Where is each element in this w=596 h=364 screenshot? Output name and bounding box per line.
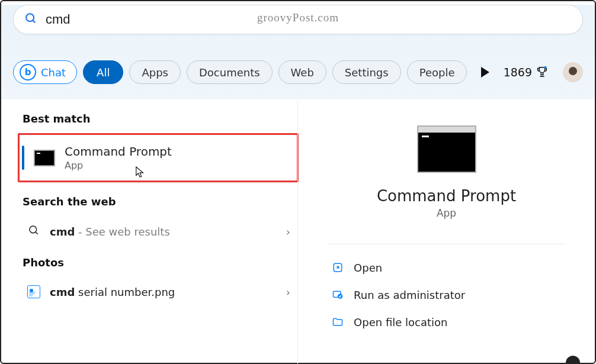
apps-label: Apps <box>142 66 168 79</box>
run-as-admin-action[interactable]: Run as administrator <box>328 281 565 308</box>
best-match-text: Command Prompt App <box>65 144 172 171</box>
open-action[interactable]: Open <box>328 254 565 281</box>
search-icon <box>26 224 41 239</box>
svg-point-2 <box>544 66 546 69</box>
svg-point-3 <box>30 226 37 233</box>
all-label: All <box>97 66 110 79</box>
header-area: b Chat All Apps Documents Web Settings P… <box>1 5 595 99</box>
selection-indicator <box>22 146 24 170</box>
svg-point-0 <box>26 14 34 21</box>
more-filters-arrow-icon[interactable] <box>481 67 489 78</box>
photos-label: Photos <box>23 256 297 269</box>
header-right-cluster: 1869 <box>481 62 583 82</box>
web-search-result[interactable]: cmd - See web results › <box>19 216 297 247</box>
settings-label: Settings <box>345 66 389 79</box>
rewards-points[interactable]: 1869 <box>504 66 549 79</box>
image-file-icon <box>27 285 40 298</box>
annotation-highlight-box: Command Prompt App <box>18 133 299 182</box>
folder-icon <box>331 315 344 328</box>
preview-actions: Open Run as administrator Open file loca… <box>328 254 565 336</box>
chat-label: Chat <box>41 66 66 79</box>
mouse-cursor-icon <box>135 166 146 179</box>
admin-label: Run as administrator <box>354 289 465 301</box>
best-match-subtitle: App <box>65 160 172 171</box>
bing-icon: b <box>20 64 36 80</box>
trophy-icon <box>536 66 549 79</box>
chevron-right-icon: › <box>286 226 290 238</box>
photo-result[interactable]: cmd serial number.png › <box>19 277 297 307</box>
web-result-text: cmd - See web results <box>50 226 170 238</box>
preview-title: Command Prompt <box>377 187 516 205</box>
documents-filter-button[interactable]: Documents <box>187 60 273 84</box>
documents-label: Documents <box>199 66 260 79</box>
windows-search-panel: groovyPost.com b Chat All Apps Documents… <box>0 0 596 364</box>
user-avatar[interactable] <box>563 62 583 82</box>
svg-line-4 <box>36 232 38 234</box>
web-filter-button[interactable]: Web <box>278 60 326 84</box>
best-match-result[interactable]: Command Prompt App <box>20 135 297 181</box>
results-column: Best match Command Prompt App Search the… <box>1 99 297 364</box>
location-label: Open file location <box>354 316 447 328</box>
preview-subtitle: App <box>437 207 456 219</box>
open-label: Open <box>354 262 382 274</box>
search-web-label: Search the web <box>23 195 297 208</box>
open-icon <box>331 261 344 274</box>
content-area: Best match Command Prompt App Search the… <box>1 99 595 364</box>
search-bar[interactable] <box>13 5 583 34</box>
best-match-label: Best match <box>23 112 297 125</box>
open-file-location-action[interactable]: Open file location <box>328 308 565 336</box>
search-input[interactable] <box>46 12 572 27</box>
web-label: Web <box>291 66 314 79</box>
chevron-right-icon: › <box>286 286 290 298</box>
settings-filter-button[interactable]: Settings <box>332 60 401 84</box>
command-prompt-large-icon <box>417 125 476 173</box>
preview-pane: Command Prompt App Open Run as administr… <box>297 99 595 364</box>
apps-filter-button[interactable]: Apps <box>129 60 181 84</box>
people-filter-button[interactable]: People <box>407 60 467 84</box>
admin-shield-icon <box>331 288 344 301</box>
all-filter-button[interactable]: All <box>83 60 123 84</box>
filter-row: b Chat All Apps Documents Web Settings P… <box>13 60 583 84</box>
command-prompt-icon <box>34 150 55 166</box>
svg-line-1 <box>33 20 35 22</box>
chat-filter-button[interactable]: b Chat <box>13 60 77 84</box>
best-match-title: Command Prompt <box>65 144 172 159</box>
divider <box>328 244 565 244</box>
points-value: 1869 <box>504 66 532 79</box>
people-label: People <box>419 66 455 79</box>
photo-result-text: cmd serial number.png <box>50 286 175 298</box>
search-icon <box>24 12 37 27</box>
